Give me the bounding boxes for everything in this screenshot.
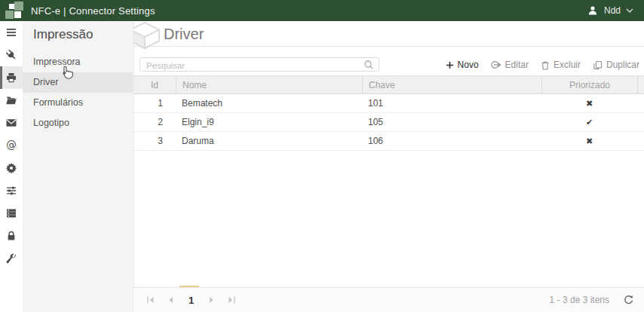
refresh-button[interactable] (623, 295, 633, 305)
excluir-button[interactable]: Excluir (541, 60, 581, 70)
copy-icon (593, 60, 603, 70)
first-page-button[interactable] (140, 290, 161, 310)
envelope-icon[interactable] (0, 112, 23, 134)
cell-chave: 105 (362, 117, 541, 127)
app-title: NFC-e | Connector Settings (31, 5, 155, 17)
page-title: Driver (164, 26, 204, 43)
package-cube-icon (133, 21, 162, 49)
sidebar-item-logotipo[interactable]: Logotipo (23, 113, 133, 133)
sidebar-impressao: Impressão Impressora Driver Formulários … (23, 21, 133, 312)
printer-icon[interactable] (0, 66, 23, 89)
wrench-icon[interactable] (0, 247, 23, 270)
driver-table: Id Nome Chave Priorizado 1 Bematech 101 … (133, 75, 644, 151)
table-row[interactable]: 1 Bematech 101 ✖ (133, 94, 644, 113)
cell-priorizado-check-icon: ✔ (541, 118, 637, 127)
chevron-down-icon (626, 8, 633, 14)
svg-text:@: @ (6, 139, 17, 151)
novo-label: Novo (458, 60, 479, 70)
edit-icon (491, 60, 501, 69)
last-page-button[interactable] (222, 290, 242, 310)
at-sign-icon[interactable]: @ (0, 134, 23, 157)
editar-button[interactable]: Editar (491, 60, 529, 70)
pager-info: 1 - 3 de 3 itens (550, 295, 609, 305)
user-menu[interactable]: Ndd (587, 5, 633, 17)
column-header-nome[interactable]: Nome (176, 76, 362, 93)
plus-icon (446, 61, 454, 69)
folder-open-icon[interactable] (0, 89, 23, 112)
cell-chave: 106 (362, 136, 541, 146)
user-name: Ndd (604, 5, 621, 16)
refresh-icon (623, 295, 633, 305)
cell-nome: Daruma (176, 136, 362, 146)
sidebar-header: Impressão (23, 21, 133, 42)
cell-nome: Bematech (176, 98, 362, 109)
editar-label: Editar (505, 60, 529, 70)
cell-nome: Elgin_i9 (176, 117, 362, 127)
cell-priorizado-x-icon: ✖ (541, 99, 637, 109)
server-icon[interactable] (0, 202, 23, 225)
column-header-spacer (637, 76, 644, 93)
sidebar-item-impressora[interactable]: Impressora (23, 52, 133, 72)
trash-icon (541, 60, 550, 70)
table-row[interactable]: 3 Daruma 106 ✖ (133, 132, 644, 151)
column-header-id[interactable]: Id (133, 76, 176, 93)
table-row[interactable]: 2 Elgin_i9 105 ✔ (133, 113, 644, 132)
column-header-priorizado[interactable]: Priorizado (541, 76, 637, 93)
column-header-chave[interactable]: Chave (362, 76, 541, 93)
user-icon (587, 5, 599, 17)
menu-icon[interactable] (0, 21, 23, 44)
main-content: Driver Novo Editar (133, 21, 644, 312)
excluir-label: Excluir (554, 60, 581, 70)
pager: 1 1 - 3 de 3 itens (133, 287, 644, 312)
novo-button[interactable]: Novo (446, 60, 479, 70)
sliders-icon[interactable] (0, 179, 23, 202)
cell-id: 1 (133, 98, 176, 109)
search-icon (363, 60, 374, 70)
duplicar-button[interactable]: Duplicar (593, 60, 639, 70)
sidebar-item-driver[interactable]: Driver (23, 72, 133, 93)
gear-icon[interactable] (0, 157, 23, 179)
next-page-button[interactable] (201, 290, 222, 310)
table-header-row: Id Nome Chave Priorizado (133, 75, 644, 94)
cell-id: 3 (133, 136, 176, 146)
icon-rail: @ (0, 21, 23, 312)
cell-priorizado-x-icon: ✖ (541, 136, 637, 146)
app-logo-icon (4, 1, 25, 20)
search-input[interactable] (140, 60, 379, 72)
previous-page-button[interactable] (161, 290, 181, 310)
cell-id: 2 (133, 117, 176, 127)
search-box (140, 57, 379, 72)
page-header: Driver (133, 21, 644, 47)
page-number[interactable]: 1 (181, 295, 201, 306)
cell-chave: 101 (362, 98, 541, 109)
current-page-indicator (179, 286, 199, 287)
lock-icon[interactable] (0, 225, 23, 247)
sidebar-item-formularios[interactable]: Formulários (23, 93, 133, 113)
duplicar-label: Duplicar (606, 60, 639, 70)
topbar: NFC-e | Connector Settings Ndd (0, 0, 644, 21)
plug-icon[interactable] (0, 44, 23, 66)
toolbar: Novo Editar Excluir (133, 54, 644, 75)
